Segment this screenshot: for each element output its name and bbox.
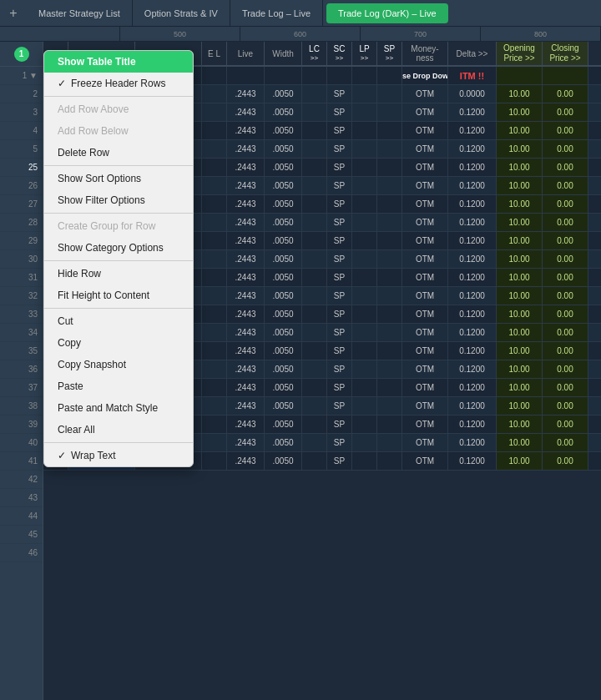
menu-divider-6: [44, 442, 193, 443]
ruler-700: 700: [361, 27, 481, 41]
col-header-lc: LC>>: [302, 42, 327, 65]
col-header-opening-price: OpeningPrice >>: [497, 42, 543, 65]
ruler-600: 600: [240, 27, 361, 41]
menu-item-show-table-title[interactable]: Show Table Title: [44, 51, 193, 73]
row-num-36: 36: [0, 360, 43, 379]
tab-trade-log-dark[interactable]: Trade Log (DarK) – Live: [326, 3, 448, 23]
cell-lp: [352, 67, 377, 84]
menu-item-clear-all[interactable]: Clear All: [44, 419, 193, 441]
menu-item-fit-height[interactable]: Fit Height to Content: [44, 285, 193, 306]
col-header-sp: SP>>: [377, 42, 402, 65]
column-ruler: 500 600 700 800: [0, 27, 601, 42]
ruler-spacer: [0, 27, 120, 41]
row-num-35: 35: [0, 342, 43, 360]
row-num-3: 3: [0, 103, 43, 122]
row-num-25: 25: [0, 159, 43, 177]
cell-lc: [302, 67, 327, 84]
row-num-1: 1 ▼: [0, 67, 43, 85]
col-header-moneyness: Money-ness: [402, 42, 448, 65]
col-header-width: Width: [265, 42, 302, 65]
menu-divider-5: [44, 308, 193, 309]
col-header-closing-price: ClosingPrice >>: [543, 42, 588, 65]
menu-item-show-category-options[interactable]: Show Category Options: [44, 237, 193, 259]
row-num-31: 31: [0, 269, 43, 287]
row-num-45: 45: [0, 526, 43, 544]
col-header-delta: Delta >>: [448, 42, 497, 65]
cell-moneyness: Use Drop Down: [402, 67, 448, 84]
row-num-43: 43: [0, 489, 43, 507]
tab-option-strats[interactable]: Option Strats & IV: [133, 0, 230, 27]
tab-bar: + Master Strategy List Option Strats & I…: [0, 0, 601, 27]
menu-item-cut[interactable]: Cut: [44, 310, 193, 332]
row-num-40: 40: [0, 434, 43, 452]
menu-item-add-row-below: Add Row Below: [44, 120, 193, 142]
row-num-29: 29: [0, 232, 43, 250]
row-numbers: 1 1 ▼ 2 3 4 5 25 26 27 28 29 30 31 32 33…: [0, 42, 43, 700]
cell-sc: [327, 67, 352, 84]
row-num-30: 30: [0, 250, 43, 269]
row-num-46: 46: [0, 544, 43, 562]
context-menu: Show Table Title Freeze Header Rows Add …: [43, 50, 194, 467]
cell-sp: [377, 67, 402, 84]
menu-item-copy[interactable]: Copy: [44, 332, 193, 354]
menu-item-show-sort-options[interactable]: Show Sort Options: [44, 168, 193, 189]
row-num-4: 4: [0, 122, 43, 140]
row-num-5: 5: [0, 140, 43, 159]
menu-item-add-row-above: Add Row Above: [44, 98, 193, 120]
row-num-38: 38: [0, 397, 43, 415]
menu-item-show-filter-options[interactable]: Show Filter Options: [44, 189, 193, 211]
col-header-lp: LP>>: [352, 42, 377, 65]
menu-item-freeze-header-rows[interactable]: Freeze Header Rows: [44, 73, 193, 94]
menu-item-copy-snapshot[interactable]: Copy Snapshot: [44, 354, 193, 375]
cell-opening: [497, 67, 543, 84]
menu-item-paste[interactable]: Paste: [44, 375, 193, 397]
row-num-26: 26: [0, 177, 43, 195]
tab-trade-log-live[interactable]: Trade Log – Live: [230, 0, 323, 27]
ruler-800: 800: [481, 27, 601, 41]
add-tab-button[interactable]: +: [0, 0, 27, 27]
row-num-37: 37: [0, 379, 43, 397]
cell-delta: ITM !!: [448, 67, 497, 84]
menu-divider-2: [44, 165, 193, 166]
row-num-34: 34: [0, 324, 43, 342]
menu-item-wrap-text[interactable]: Wrap Text: [44, 445, 193, 466]
ruler-500: 500: [120, 27, 240, 41]
row-num-header: 1: [0, 42, 43, 67]
cell-el: [202, 67, 227, 84]
col-header-live: Live: [227, 42, 265, 65]
row-num-39: 39: [0, 415, 43, 434]
row-num-44: 44: [0, 507, 43, 526]
col-header-el: E L: [202, 42, 227, 65]
menu-item-hide-row[interactable]: Hide Row: [44, 263, 193, 285]
col-header-sc: SC>>: [327, 42, 352, 65]
menu-item-delete-row[interactable]: Delete Row: [44, 142, 193, 164]
cell-live: [227, 67, 265, 84]
itm-badge: ITM !!: [460, 71, 484, 81]
menu-divider-1: [44, 96, 193, 97]
menu-divider-4: [44, 260, 193, 261]
tab-master-strategy[interactable]: Master Strategy List: [27, 0, 133, 27]
row-num-27: 27: [0, 195, 43, 214]
row-num-2: 2: [0, 85, 43, 103]
row-num-32: 32: [0, 287, 43, 305]
cell-closing: [543, 67, 588, 84]
menu-item-paste-match-style[interactable]: Paste and Match Style: [44, 397, 193, 419]
row-num-33: 33: [0, 305, 43, 324]
cell-width: [265, 67, 302, 84]
menu-item-create-group: Create Group for Row: [44, 215, 193, 237]
row-num-28: 28: [0, 214, 43, 232]
row-num-41: 41: [0, 452, 43, 471]
row-num-42: 42: [0, 471, 43, 489]
menu-divider-3: [44, 213, 193, 214]
row-circle-indicator: 1: [14, 47, 29, 62]
